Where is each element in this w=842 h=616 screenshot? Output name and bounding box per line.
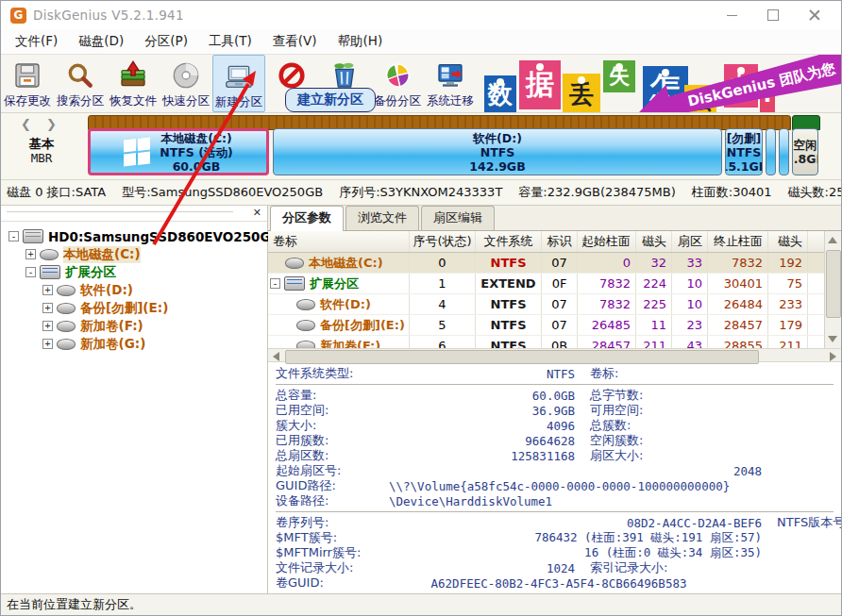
quick-partition-button[interactable]: 快速分区 xyxy=(160,55,212,112)
table-row-extended[interactable]: -扩展分区 1 EXTEND 0F 7832 224 10 30401 75 xyxy=(268,274,825,294)
window-title: DiskGenius V5.2.1.941 xyxy=(33,8,184,23)
status-text: 在当前位置建立新分区。 xyxy=(7,596,142,613)
windows-logo-icon xyxy=(124,138,150,167)
save-changes-button[interactable]: 保存更改 xyxy=(1,55,54,112)
scroll-down-icon[interactable] xyxy=(828,336,837,342)
disk-scheme-label: MBR xyxy=(1,151,82,165)
menu-partition[interactable]: 分区(P) xyxy=(134,30,198,53)
partition-block-f[interactable] xyxy=(766,128,776,175)
disk-info-bar: 磁盘 0 接口:SATA 型号:SamsungSSD860EVO250GB 序列… xyxy=(1,180,841,206)
table-row-d[interactable]: 软件(D:) 4 NTFS 07 7832 225 10 26484 233 xyxy=(268,294,825,315)
promo-tile: 数 xyxy=(484,75,516,112)
partition-block-e[interactable]: 备份[勿删](E:) NTFS 15.1GB xyxy=(725,128,763,175)
tree-item-local-c[interactable]: + 本地磁盘(C:) xyxy=(1,245,267,263)
table-row-c[interactable]: 本地磁盘(C:) 0 NTFS 07 0 32 33 7832 192 xyxy=(268,253,825,274)
minimize-button[interactable] xyxy=(711,3,752,27)
menu-file[interactable]: 文件(F) xyxy=(5,30,68,53)
menu-bar: 文件(F) 磁盘(D) 分区(P) 工具(T) 查看(V) 帮助(H) xyxy=(1,29,841,55)
scroll-left-icon[interactable] xyxy=(273,352,279,361)
panel-close-icon[interactable]: ✕ xyxy=(253,207,261,219)
extended-partition-icon xyxy=(284,276,305,291)
tree-item-d[interactable]: + 软件(D:) xyxy=(1,281,267,299)
volume-icon xyxy=(57,303,76,314)
recover-files-button[interactable]: 恢复文件 xyxy=(107,55,160,112)
scrollbar-thumb[interactable] xyxy=(285,350,759,364)
menu-tools[interactable]: 工具(T) xyxy=(198,30,262,53)
partition-detail-panel: 分区参数 浏览文件 扇区编辑 卷标 序号(状态) 文件系统 标识 起始柱面 磁头… xyxy=(268,206,841,597)
tree-item-g[interactable]: + 新加卷(G:) xyxy=(1,335,267,353)
tab-partition-params[interactable]: 分区参数 xyxy=(270,206,344,231)
tree-item-f[interactable]: + 新加卷(F:) xyxy=(1,317,267,335)
menu-view[interactable]: 查看(V) xyxy=(262,30,328,53)
search-partition-button[interactable]: 搜索分区 xyxy=(54,55,107,112)
tree-item-hd0[interactable]: - HD0:SamsungSSD860EVO250GB(233GB) xyxy=(1,227,267,245)
partition-table: 卷标 序号(状态) 文件系统 标识 起始柱面 磁头 扇区 终止柱面 磁头 本地磁… xyxy=(268,231,825,348)
new-partition-tooltip: 建立新分区 xyxy=(285,88,376,112)
scroll-right-icon[interactable] xyxy=(830,352,836,361)
system-migration-button[interactable]: 系统迁移 xyxy=(424,55,477,112)
collapse-icon[interactable]: - xyxy=(25,267,36,277)
save-icon xyxy=(10,58,44,92)
menu-disk[interactable]: 磁盘(D) xyxy=(68,30,134,53)
panel-grip[interactable] xyxy=(7,211,233,213)
volume-icon xyxy=(296,341,315,348)
table-row-e[interactable]: 备份[勿删](E:) 5 NTFS 07 26485 11 23 28457 1… xyxy=(268,315,825,336)
volume-icon xyxy=(40,249,59,260)
scrollbar-thumb[interactable] xyxy=(826,250,841,318)
volume-icon xyxy=(296,299,315,310)
tab-browse-files[interactable]: 浏览文件 xyxy=(345,206,419,230)
table-vertical-scrollbar[interactable] xyxy=(824,231,841,348)
toolbar: 保存更改 搜索分区 恢复文件 快速分区 新建分区 xyxy=(1,55,841,113)
minimize-icon xyxy=(727,15,737,16)
expand-icon[interactable]: + xyxy=(25,249,36,259)
maximize-button[interactable] xyxy=(752,3,794,27)
disk-id: 磁盘 0 接口:SATA xyxy=(7,184,106,201)
backup-partition-icon xyxy=(380,58,414,92)
volume-icon xyxy=(285,258,304,269)
title-bar: G DiskGenius V5.2.1.941 xyxy=(1,1,841,29)
expand-icon[interactable]: + xyxy=(42,339,53,349)
table-header-row: 卷标 序号(状态) 文件系统 标识 起始柱面 磁头 扇区 终止柱面 磁头 xyxy=(268,231,825,253)
tree-item-e[interactable]: + 备份[勿删](E:) xyxy=(1,299,267,317)
status-bar: 在当前位置建立新分区。 xyxy=(1,593,841,615)
promo-tile: 丢 xyxy=(563,74,600,112)
volume-icon xyxy=(57,285,76,296)
table-horizontal-scrollbar[interactable] xyxy=(268,349,841,362)
promo-tile: 失 xyxy=(603,60,635,92)
disk-icon xyxy=(23,229,43,243)
collapse-icon[interactable]: - xyxy=(270,278,280,289)
recover-files-icon xyxy=(116,58,150,92)
table-row-f[interactable]: 新加卷(F:) 6 NTFS 0B 28457 211 43 28855 211 xyxy=(268,336,825,348)
collapse-icon[interactable]: - xyxy=(8,231,19,241)
free-space-block[interactable]: 空闲 3.8GB xyxy=(792,128,818,175)
expand-icon[interactable]: + xyxy=(42,285,53,295)
filesystem-details: 文件系统类型:NTFS卷标: 总容量:60.0GB总字节数: 已用空间:36.9… xyxy=(268,362,841,597)
menu-help[interactable]: 帮助(H) xyxy=(328,30,394,53)
search-partition-icon xyxy=(63,58,97,92)
close-icon xyxy=(809,9,820,21)
system-migration-icon xyxy=(433,58,467,92)
tree-item-extended[interactable]: - 扩展分区 xyxy=(1,263,267,281)
scroll-up-icon[interactable] xyxy=(828,237,837,243)
disk-cylinders: 柱面数:30401 xyxy=(692,184,772,201)
app-logo-icon: G xyxy=(10,8,26,24)
partition-block-d[interactable]: 软件(D:) NTFS 142.9GB xyxy=(273,128,722,175)
maximize-icon xyxy=(767,9,779,21)
volume-icon xyxy=(57,321,76,332)
tab-sector-edit[interactable]: 扇区编辑 xyxy=(421,206,495,230)
partition-block-g[interactable] xyxy=(779,128,789,175)
volume-icon xyxy=(296,320,315,331)
new-partition-icon xyxy=(222,59,256,93)
new-partition-button[interactable]: 新建分区 xyxy=(212,55,265,112)
disk-nav-arrows[interactable]: ❮ ❯ xyxy=(1,117,82,131)
expand-icon[interactable]: + xyxy=(42,321,53,331)
diskgenius-window: G DiskGenius V5.2.1.941 文件(F) 磁盘(D) 分区(P… xyxy=(0,0,842,616)
expand-icon[interactable]: + xyxy=(42,303,53,313)
quick-partition-icon xyxy=(169,58,203,92)
extended-partition-icon xyxy=(40,265,60,279)
disk-tree-panel: ✕ - HD0:SamsungSSD860EVO250GB(233GB) + 本… xyxy=(1,206,268,597)
backup-partition-button[interactable]: 备份分区 xyxy=(371,55,424,112)
close-button[interactable] xyxy=(794,3,835,27)
promo-banner[interactable]: 数 据 丢 失 怎 么 办 ! DiskGenius 团队为您 xyxy=(477,55,841,112)
partition-block-c[interactable]: 本地磁盘(C:) NTFS (活动) 60.0GB xyxy=(88,128,269,175)
